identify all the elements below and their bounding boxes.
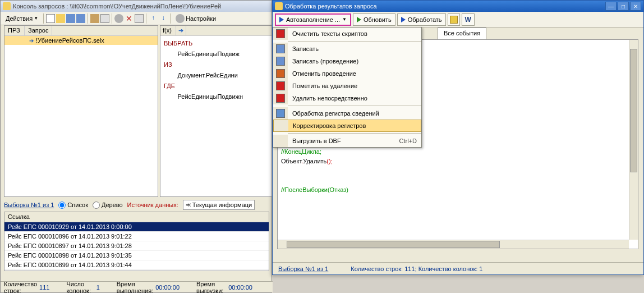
scrollbar-horizontal[interactable] <box>278 240 629 249</box>
w-button[interactable]: W <box>462 13 475 26</box>
grid-header: Ссылка <box>4 212 269 222</box>
bg-statusbar: Количество строк:111 Число колонок:1 Вре… <box>1 281 273 292</box>
open-icon[interactable] <box>56 14 65 23</box>
selection-row: Выборка №1 из 1 Список Дерево Источник д… <box>4 199 268 210</box>
selection-link[interactable]: Выборка №1 из 1 <box>4 202 54 208</box>
del-direct-icon <box>273 92 288 104</box>
menu-item-label: Обработка регистра сведений <box>288 110 421 117</box>
menu-item[interactable]: Выгрузить в DBFCtrl+D <box>273 135 421 147</box>
fg-titlebar[interactable]: Обработка результатов запроса — □ ✕ <box>273 1 643 12</box>
source-combo[interactable]: ≪Текущая информаци <box>183 200 255 210</box>
table-row[interactable]: Рейс ЕПС 000010900 от 14.01.2013 9:01:50 <box>4 270 269 271</box>
maximize-button[interactable]: □ <box>618 2 629 11</box>
arrow-right-icon: ➔ <box>29 38 34 44</box>
menu-item-label: Очистить тексты скриптов <box>288 30 421 37</box>
settings-button[interactable]: Настройки <box>173 12 219 25</box>
menu-item[interactable]: Удалить непосредственно <box>273 92 421 104</box>
save-post-icon <box>273 55 288 67</box>
table-row[interactable]: Рейс ЕПС 000010899 от 14.01.2013 9:01:44 <box>4 260 269 270</box>
menu-item[interactable]: Обработка регистра сведений <box>273 107 421 120</box>
menu-item-label: Корректировка регистров <box>288 122 421 129</box>
bg-titlebar: Консоль запросов : \\lt03\!common\!ОУчет… <box>1 1 272 12</box>
menu-separator <box>288 41 421 42</box>
save-script-button[interactable] <box>448 13 460 26</box>
radio-tree[interactable]: Дерево <box>93 202 123 209</box>
arrow-up-icon[interactable]: ↑ <box>149 14 158 23</box>
menu-item-label: Записать (проведение) <box>288 58 421 65</box>
cross-icon[interactable]: ✕ <box>125 14 134 23</box>
tree-item-label: !УбиениеРейсовПС.selx <box>36 37 104 44</box>
menu-item-label: Записать <box>288 45 421 52</box>
mark-del-icon <box>273 80 288 92</box>
fg-status-info: Количество строк: 111; Количество колоно… <box>351 265 482 272</box>
menu-item[interactable]: Записать (проведение) <box>273 55 421 67</box>
close-button[interactable]: ✕ <box>630 2 641 11</box>
source-label: Источник данных: <box>127 202 178 208</box>
menu-separator <box>288 106 421 106</box>
menu-item[interactable]: Записать <box>273 43 421 55</box>
saveas-icon[interactable] <box>76 14 85 23</box>
minimize-button[interactable]: — <box>605 2 617 11</box>
menu-item[interactable]: Очистить тексты скриптов <box>273 28 421 40</box>
scrollbar-vertical[interactable] <box>629 40 638 240</box>
tab-all-events[interactable]: Все события <box>438 28 486 40</box>
menu-item[interactable]: Отменить проведение <box>273 67 421 80</box>
bg-toolbar: Действия ▼ ✕ ↑ ↓ Настройки <box>1 12 272 25</box>
tree-item[interactable]: ➔ !УбиениеРейсовПС.selx <box>4 36 158 45</box>
tab-row: Все события <box>438 28 486 40</box>
play-icon <box>357 17 361 22</box>
blank-icon <box>274 120 288 131</box>
save-icon <box>450 16 458 24</box>
w-icon: W <box>465 16 471 24</box>
app-icon <box>3 2 11 10</box>
radio-list[interactable]: Список <box>58 202 88 209</box>
fx-header: f(x) <box>160 26 176 35</box>
arrow-down-icon[interactable]: ↓ <box>159 14 168 23</box>
table-row[interactable]: Рейс ЕПС 000010929 от 14.01.2013 0:00:00 <box>4 222 269 232</box>
autofill-button[interactable]: Автозаполнение ... ▼ <box>275 13 351 26</box>
menu-item-label: Пометить на удаление <box>288 83 421 89</box>
query-text[interactable]: ВЫБРАТЬ РейсЕдиницыПодвиж ИЗ Документ.Ре… <box>160 36 272 104</box>
query-text-panel: f(x) ➔ ВЫБРАТЬ РейсЕдиницыПодвиж ИЗ Доку… <box>160 25 272 197</box>
table-row[interactable]: Рейс ЕПС 000010897 от 14.01.2013 9:01:28 <box>4 241 269 251</box>
actions-button[interactable]: Действия ▼ <box>3 13 41 24</box>
menu-item[interactable]: Корректировка регистров <box>273 120 421 132</box>
process-button[interactable]: Обработать <box>397 13 446 26</box>
list-icon[interactable] <box>100 14 109 23</box>
blank-icon <box>273 135 288 147</box>
fg-statusbar: Выборка №1 из 1 Количество строк: 111; К… <box>273 262 643 274</box>
menu-item[interactable]: Пометить на удаление <box>273 80 421 92</box>
menu-item-label: Отменить проведение <box>288 70 421 77</box>
arrow-right-icon <box>279 17 284 22</box>
copy-icon[interactable] <box>135 14 144 23</box>
col-query: Запрос <box>25 26 52 35</box>
bg-title: Консоль запросов : \\lt03\!common\!ОУчет… <box>13 3 221 10</box>
menu-item-label: Выгрузить в DBF <box>288 138 395 144</box>
reg-icon <box>273 107 288 120</box>
app-icon <box>275 2 283 10</box>
refresh-button[interactable]: Обновить <box>353 13 395 26</box>
autofill-menu: Очистить тексты скриптовЗаписатьЗаписать… <box>273 27 422 148</box>
arrow-right-icon <box>401 17 406 22</box>
gear-icon[interactable] <box>114 14 123 23</box>
fg-selection-link[interactable]: Выборка №1 из 1 <box>278 265 328 272</box>
fg-toolbar: Автозаполнение ... ▼ Обновить Обработать… <box>273 12 643 28</box>
clear-icon <box>273 28 288 40</box>
console-window: Консоль запросов : \\lt03\!common\!ОУчет… <box>0 0 272 293</box>
undo-post-icon <box>273 67 288 80</box>
menu-shortcut: Ctrl+D <box>395 138 421 144</box>
col-prz: ПРЗ <box>4 26 25 35</box>
arrow-right-icon: ➔ <box>176 26 186 35</box>
query-tree-panel: ПРЗ Запрос ➔ !УбиениеРейсовПС.selx <box>4 25 158 197</box>
fg-title: Обработка результатов запроса <box>285 3 377 10</box>
menu-item-label: Удалить непосредственно <box>288 95 421 102</box>
form-icon[interactable] <box>90 14 99 23</box>
menu-separator <box>288 133 421 134</box>
table-row[interactable]: Рейс ЕПС 000010896 от 14.01.2013 9:01:22 <box>4 232 269 241</box>
save-icon <box>273 43 288 55</box>
results-grid: Ссылка Рейс ЕПС 000010929 от 14.01.2013 … <box>4 212 269 271</box>
table-row[interactable]: Рейс ЕПС 000010898 от 14.01.2013 9:01:35 <box>4 251 269 260</box>
save-icon[interactable] <box>66 14 75 23</box>
new-icon[interactable] <box>46 14 55 23</box>
